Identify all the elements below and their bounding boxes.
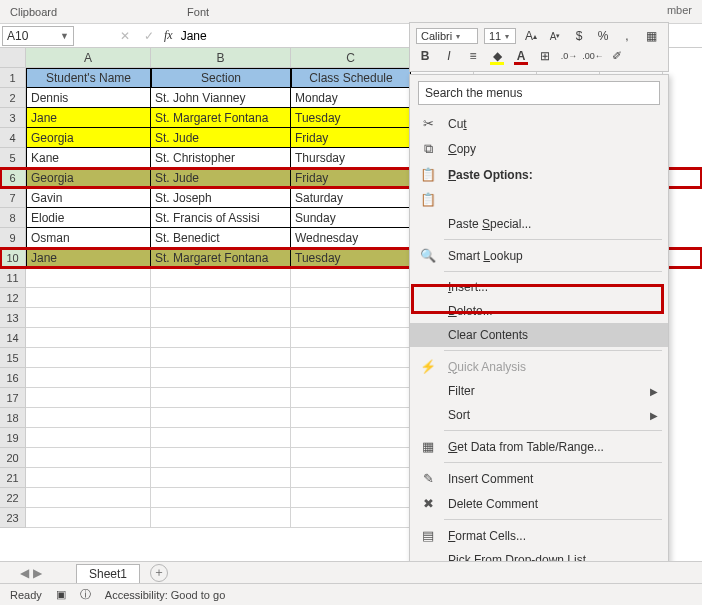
row-header[interactable]: 2 <box>0 88 26 108</box>
cell-schedule[interactable]: Thursday <box>291 148 411 168</box>
cell-section[interactable]: St. Christopher <box>151 148 291 168</box>
col-header-B[interactable]: B <box>151 48 291 68</box>
row-header[interactable]: 15 <box>0 348 26 368</box>
cell[interactable] <box>26 508 151 528</box>
cell-section[interactable]: St. Joseph <box>151 188 291 208</box>
italic-icon[interactable]: I <box>440 47 458 65</box>
header-cell-schedule[interactable]: Class Schedule <box>291 68 411 88</box>
cell[interactable] <box>26 308 151 328</box>
cancel-formula-icon[interactable]: ✕ <box>116 27 134 45</box>
context-menu-item[interactable]: ✂Cut <box>410 111 668 136</box>
context-menu-item[interactable]: Clear Contents <box>410 323 668 347</box>
sheet-tab-1[interactable]: Sheet1 <box>76 564 140 583</box>
cell[interactable] <box>26 348 151 368</box>
cell-section[interactable]: St. Francis of Assisi <box>151 208 291 228</box>
row-header[interactable]: 20 <box>0 448 26 468</box>
macro-record-icon[interactable]: ▣ <box>56 588 66 601</box>
header-cell-section[interactable]: Section <box>151 68 291 88</box>
cell[interactable] <box>26 408 151 428</box>
row-header[interactable]: 22 <box>0 488 26 508</box>
row-header[interactable]: 11 <box>0 268 26 288</box>
cell[interactable] <box>291 308 411 328</box>
col-header-A[interactable]: A <box>26 48 151 68</box>
cell[interactable] <box>26 268 151 288</box>
format-painter-icon[interactable]: ✐ <box>608 47 626 65</box>
increase-font-icon[interactable]: A▴ <box>522 27 540 45</box>
tab-next-icon[interactable]: ▶ <box>33 566 42 580</box>
row-header[interactable]: 3 <box>0 108 26 128</box>
cell[interactable] <box>151 428 291 448</box>
row-header[interactable]: 14 <box>0 328 26 348</box>
cell-name[interactable]: Jane <box>26 108 151 128</box>
bold-icon[interactable]: B <box>416 47 434 65</box>
cell-schedule[interactable]: Saturday <box>291 188 411 208</box>
cell[interactable] <box>151 508 291 528</box>
cell-name[interactable]: Jane <box>26 248 151 268</box>
row-header[interactable]: 8 <box>0 208 26 228</box>
row-header[interactable]: 13 <box>0 308 26 328</box>
cell[interactable] <box>26 468 151 488</box>
cell-section[interactable]: St. Jude <box>151 128 291 148</box>
context-menu-item[interactable]: ✎Insert Comment <box>410 466 668 491</box>
cell[interactable] <box>151 328 291 348</box>
comma-format-icon[interactable]: , <box>618 27 636 45</box>
cell[interactable] <box>291 348 411 368</box>
decimal-dec-icon[interactable]: .00← <box>584 47 602 65</box>
row-header[interactable]: 23 <box>0 508 26 528</box>
row-header[interactable]: 17 <box>0 388 26 408</box>
accounting-format-icon[interactable]: $ <box>570 27 588 45</box>
cell-name[interactable]: Georgia <box>26 168 151 188</box>
decimal-inc-icon[interactable]: .0→ <box>560 47 578 65</box>
borders-drop-icon[interactable]: ⊞ <box>536 47 554 65</box>
cell[interactable] <box>151 448 291 468</box>
cell[interactable] <box>291 468 411 488</box>
font-color-icon[interactable]: A <box>512 47 530 65</box>
context-menu-item[interactable]: ⧉Copy <box>410 136 668 162</box>
row-header[interactable]: 6 <box>0 168 26 188</box>
context-menu-item[interactable]: ✖Delete Comment <box>410 491 668 516</box>
cell-name[interactable]: Dennis <box>26 88 151 108</box>
cell[interactable] <box>151 388 291 408</box>
cell[interactable] <box>26 448 151 468</box>
font-name-select[interactable]: Calibri▾ <box>416 28 478 44</box>
row-header[interactable]: 21 <box>0 468 26 488</box>
context-menu-item[interactable]: Sort▶ <box>410 403 668 427</box>
context-menu-item[interactable]: Paste Special... <box>410 212 668 236</box>
context-menu-item[interactable]: 🔍Smart Lookup <box>410 243 668 268</box>
row-header[interactable]: 9 <box>0 228 26 248</box>
context-menu-item[interactable]: Delete... <box>410 299 668 323</box>
cell[interactable] <box>26 368 151 388</box>
borders-icon[interactable]: ▦ <box>642 27 660 45</box>
cell[interactable] <box>26 288 151 308</box>
row-header[interactable]: 7 <box>0 188 26 208</box>
cell[interactable] <box>26 388 151 408</box>
cell-name[interactable]: Gavin <box>26 188 151 208</box>
context-menu-search[interactable]: Search the menus <box>418 81 660 105</box>
context-menu-item[interactable]: 📋Paste Options: <box>410 162 668 187</box>
select-all-corner[interactable] <box>0 48 26 68</box>
cell[interactable] <box>291 268 411 288</box>
cell-section[interactable]: St. Margaret Fontana <box>151 108 291 128</box>
row-header[interactable]: 18 <box>0 408 26 428</box>
cell[interactable] <box>151 348 291 368</box>
cell[interactable] <box>151 468 291 488</box>
cell[interactable] <box>291 428 411 448</box>
cell-section[interactable]: St. Jude <box>151 168 291 188</box>
cell-schedule[interactable]: Friday <box>291 168 411 188</box>
row-header[interactable]: 10 <box>0 248 26 268</box>
tab-prev-icon[interactable]: ◀ <box>20 566 29 580</box>
context-menu-item[interactable]: ▦Get Data from Table/Range... <box>410 434 668 459</box>
cell-section[interactable]: St. Margaret Fontana <box>151 248 291 268</box>
cell-section[interactable]: St. John Vianney <box>151 88 291 108</box>
cell[interactable] <box>291 448 411 468</box>
enter-formula-icon[interactable]: ✓ <box>140 27 158 45</box>
cell[interactable] <box>26 428 151 448</box>
fill-color-icon[interactable]: ◆ <box>488 47 506 65</box>
cell[interactable] <box>151 288 291 308</box>
cell-schedule[interactable]: Tuesday <box>291 108 411 128</box>
col-header-C[interactable]: C <box>291 48 411 68</box>
cell-name[interactable]: Kane <box>26 148 151 168</box>
row-header[interactable]: 19 <box>0 428 26 448</box>
accessibility-icon[interactable]: ⓘ <box>80 587 91 602</box>
cell[interactable] <box>151 368 291 388</box>
